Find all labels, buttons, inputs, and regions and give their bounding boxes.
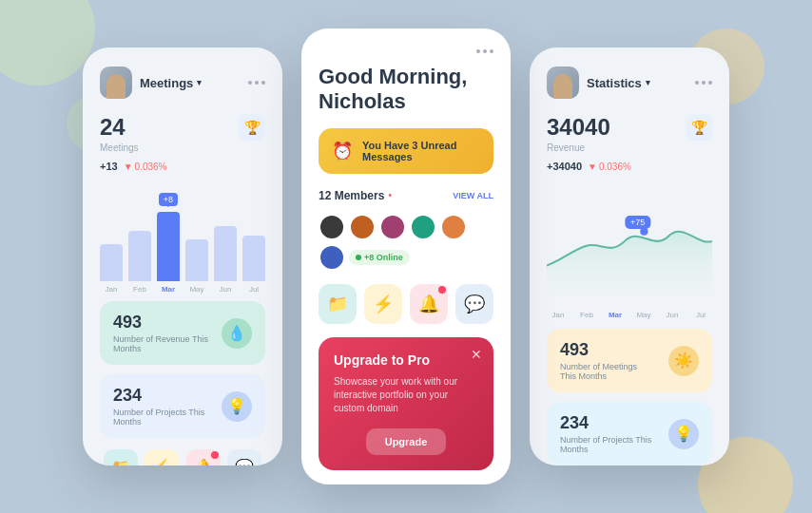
center-dots-menu[interactable] (476, 49, 493, 53)
members-dot: • (388, 190, 392, 200)
phone-center: Good Morning,Nicholas ⏰ You Have 3 Unrea… (301, 28, 511, 484)
members-label: 12 Members • (319, 189, 392, 202)
right-main-label: Revenue (547, 142, 631, 153)
member-avatar-1 (319, 214, 345, 240)
action-btn-folder[interactable]: 📁 (319, 284, 357, 324)
left-stat-card-1: 493 Number of Revenue This Months 💧 (100, 301, 265, 365)
right-line-chart: +75 (547, 189, 712, 303)
right-stat-card-1-label: Number of Meetings This Months (560, 362, 655, 381)
right-change-pct: ▼ 0.036% (588, 162, 631, 172)
action-notif-badge (438, 286, 446, 294)
left-dots-menu[interactable] (248, 81, 265, 85)
stat-card-2-num: 234 (113, 386, 208, 406)
chart-label-jan: Jan (100, 285, 123, 294)
left-main-label: Meetings (100, 142, 167, 153)
left-stat-card-2: 234 Number of Projects This Months 💡 (100, 374, 265, 438)
bar-col-1 (100, 189, 123, 281)
right-stat-card-2-num: 234 (560, 413, 655, 433)
view-all-button[interactable]: VIEW ALL (453, 191, 493, 200)
avatar-left (100, 66, 132, 99)
left-bottom-icon-bell[interactable]: 🔔 (186, 449, 221, 466)
right-chart-label-may: May (632, 311, 655, 319)
members-row: 12 Members • VIEW ALL (319, 189, 493, 202)
right-stat-card-1-num: 493 (560, 340, 655, 360)
chart-label-feb: Feb (128, 285, 151, 294)
bg-decoration-tl (0, 0, 95, 86)
right-stat-card-2-info: 234 Number of Projects This Months (560, 413, 655, 454)
bar-col-4 (185, 189, 208, 281)
action-grid: 📁 ⚡ 🔔 💬 (319, 284, 493, 324)
chart-fill (547, 232, 712, 294)
right-dropdown-arrow[interactable]: ▾ (646, 78, 650, 87)
right-stat-card-1-icon: ☀️ (668, 346, 699, 376)
message-icon: ⏰ (332, 141, 353, 162)
greeting-text: Good Morning,Nicholas (319, 65, 493, 115)
dot1 (248, 81, 252, 85)
member-avatar-4 (410, 214, 436, 240)
notification-badge (211, 451, 219, 459)
action-btn-chat[interactable]: 💬 (455, 284, 493, 324)
online-dot (356, 255, 361, 260)
left-change-row: +13 ▼ 0.036% (100, 161, 167, 172)
stat-card-1-info: 493 Number of Revenue This Months (113, 313, 208, 353)
right-change-row: +34040 ▼ 0.036% (547, 161, 631, 172)
chart-labels: Jan Feb Mar May Jun Jul (100, 285, 265, 294)
right-header-left: Statistics ▾ (547, 66, 650, 99)
bar-col-6 (242, 189, 265, 281)
right-phone-header: Statistics ▾ (547, 66, 712, 99)
right-arrow-down-icon: ▼ (588, 162, 597, 172)
cdot2 (483, 49, 487, 53)
action-btn-bell[interactable]: 🔔 (410, 284, 448, 324)
right-chart-label-mar: Mar (604, 311, 627, 319)
right-main-number: 34040 (547, 114, 631, 141)
avatar-figure-left (106, 74, 126, 99)
member-avatar-6 (319, 244, 345, 271)
chart-label-jun: Jun (214, 285, 237, 294)
members-count: 12 Members (319, 189, 384, 202)
left-bottom-icon-folder[interactable]: 📁 (104, 449, 138, 466)
right-chart-label-jan: Jan (547, 311, 570, 319)
cdot1 (476, 49, 480, 53)
arrow-down-icon: ▼ (124, 162, 133, 172)
stat-card-1-label: Number of Revenue This Months (113, 334, 208, 353)
bar-col-3: +8 (157, 189, 180, 281)
action-btn-bolt[interactable]: ⚡ (364, 284, 402, 324)
upgrade-description: Showcase your work with ourinteractive p… (334, 375, 478, 415)
upgrade-close-button[interactable]: ✕ (471, 347, 482, 362)
left-dropdown-arrow[interactable]: ▾ (197, 78, 202, 87)
left-bar-chart: +8 Jan Feb Mar May Jun Jul (100, 189, 265, 294)
phone-right: Statistics ▾ 34040 Revenue +34040 ▼ 0.03 (530, 48, 729, 466)
dot3 (261, 81, 265, 85)
stat-card-2-label: Number of Projects This Months (113, 408, 208, 427)
right-phone-title: Statistics ▾ (587, 76, 650, 90)
phones-container: Meetings ▾ 24 Meetings +13 ▼ 0.036% (83, 28, 729, 484)
right-dots-menu[interactable] (695, 81, 712, 85)
left-phone-title: Meetings ▾ (140, 76, 202, 90)
bar-col-5 (214, 189, 237, 281)
left-bottom-icon-bolt[interactable]: ⚡ (145, 449, 179, 466)
upgrade-button[interactable]: Upgrade (366, 428, 447, 455)
bar-tooltip: +8 (159, 193, 178, 206)
avatars-row: +8 Online (319, 214, 493, 271)
right-chart-label-jun: Jun (661, 311, 684, 319)
left-trophy-icon: 🏆 (239, 114, 265, 141)
right-chart-label-jul: Jul (689, 311, 712, 319)
message-banner[interactable]: ⏰ You Have 3 Unread Messages (319, 128, 493, 174)
online-count: +8 Online (364, 253, 403, 262)
left-change-pct: ▼ 0.036% (124, 162, 167, 172)
left-change-value: +13 (100, 161, 118, 172)
left-bottom-icon-chat[interactable]: 💬 (227, 449, 261, 466)
left-bottom-icons: 📁 ⚡ 🔔 💬 (100, 449, 265, 466)
line-tooltip: +75 (625, 216, 650, 229)
message-text: You Have 3 Unread Messages (362, 140, 480, 162)
left-main-number: 24 (100, 114, 167, 141)
member-avatar-2 (349, 214, 376, 240)
right-stat-card-2-icon: 💡 (668, 419, 699, 449)
right-chart-labels: Jan Feb Mar May Jun Jul (547, 311, 712, 319)
left-header-left: Meetings ▾ (100, 66, 202, 99)
phone-left: Meetings ▾ 24 Meetings +13 ▼ 0.036% (83, 48, 282, 466)
right-stat-card-2-label: Number of Projects This Months (560, 435, 655, 454)
rdot3 (708, 81, 712, 85)
right-change-value: +34040 (547, 161, 582, 172)
right-trophy-icon: 🏆 (686, 114, 712, 141)
